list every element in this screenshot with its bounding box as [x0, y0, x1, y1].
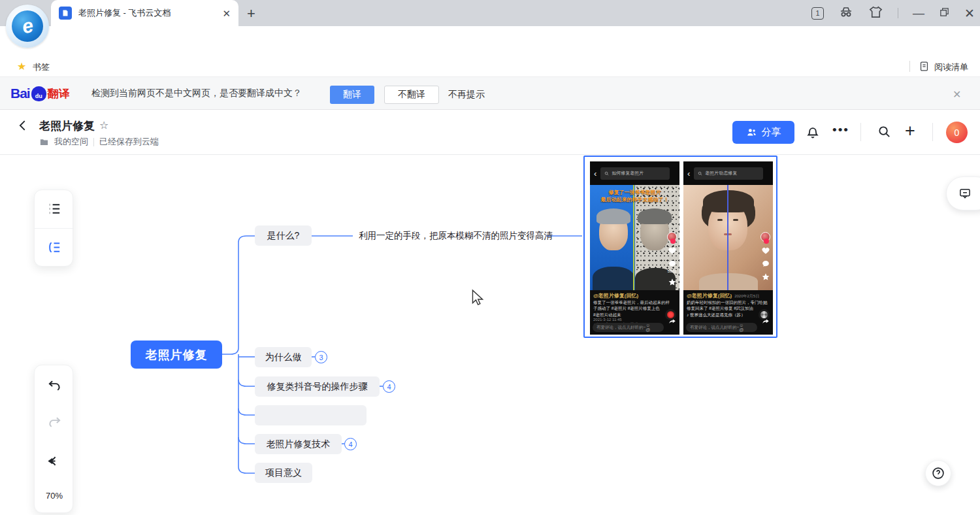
people-icon: [746, 127, 757, 138]
divider: [932, 123, 933, 141]
node-tech-count-badge[interactable]: 4: [344, 438, 357, 450]
browser-tab[interactable]: 老照片修复 - 飞书云文档 ✕: [51, 0, 238, 26]
video-caption: 奶奶年轻时候拍的一张旧的照片，专门给她 修复回来了 #老照片修复 #武汉加油: [687, 299, 770, 312]
douyin-username[interactable]: @老照片修复(回忆): [593, 292, 676, 299]
browser-toolbar: 译 •••: [0, 26, 980, 56]
node-steps[interactable]: 修复类抖音号的操作步骤: [255, 376, 380, 397]
translate-button[interactable]: 翻译: [330, 86, 374, 104]
folder-icon: [39, 137, 49, 147]
douyin-action-rail: 5822: [667, 232, 677, 286]
new-tab-button[interactable]: +: [247, 5, 255, 22]
search-bar: 如何修复老照片: [600, 167, 670, 180]
video-overlay-text: 修复了一张爷爷老照片 最后动起来的样子太感动了！: [590, 189, 679, 203]
comments-panel-button[interactable]: [946, 176, 980, 210]
incognito-icon[interactable]: [838, 4, 854, 22]
mindmap-view-icon[interactable]: [47, 240, 62, 258]
uploader-avatar[interactable]: [667, 232, 677, 242]
search-icon[interactable]: [877, 124, 892, 142]
music-disc-icon[interactable]: [759, 309, 770, 320]
minimize-button[interactable]: —: [913, 7, 924, 19]
music-disc-icon[interactable]: [665, 309, 676, 320]
node-what[interactable]: 是什么?: [255, 225, 312, 246]
mindmap-connectors: [0, 155, 980, 515]
add-icon[interactable]: +: [905, 121, 915, 141]
node-meaning[interactable]: 项目意义: [255, 463, 312, 483]
comment-icon[interactable]: [668, 259, 677, 268]
uploader-avatar[interactable]: [760, 232, 770, 242]
space-link[interactable]: 我的空间: [54, 136, 88, 148]
back-icon: ‹: [687, 169, 690, 178]
tab-title: 老照片修复 - 飞书云文档: [78, 7, 222, 19]
doc-star-icon[interactable]: ☆: [99, 119, 108, 131]
translate-bar-close-icon[interactable]: ✕: [953, 88, 961, 101]
comment-input-bar[interactable]: 有爱评论，说点儿好听的~ ☺ @: [593, 323, 664, 332]
favorite-star-icon[interactable]: [761, 273, 770, 281]
mindmap-canvas[interactable]: 70% 老照片修复 是什么? 利用一定的手段，把原本模糊不清的照片变得高清 为什…: [0, 155, 980, 515]
question-mark-icon: [931, 466, 945, 480]
doc-title: 老照片修复: [39, 118, 95, 133]
douyin-username[interactable]: @老照片修复(回忆): [687, 292, 732, 299]
search-icon: [604, 171, 609, 176]
save-status: 已经保存到云端: [99, 136, 159, 148]
share-button[interactable]: 分享: [732, 121, 794, 144]
divider: [860, 123, 861, 141]
reading-list-icon[interactable]: [919, 61, 930, 75]
emoji-at-icons: ☺ @: [645, 323, 660, 332]
never-remind-button[interactable]: 不再提示: [448, 89, 485, 101]
baidu-paw-icon: du: [31, 86, 46, 101]
like-icon[interactable]: [668, 246, 677, 255]
browser-window: 老照片修复 - 飞书云文档 ✕ + 1 — ✕ e: [0, 0, 980, 515]
node-what-detail[interactable]: 利用一定的手段，把原本模糊不清的照片变得高清: [359, 230, 553, 242]
feishu-doc-icon: [59, 7, 72, 20]
baidu-translate-bar: Bai du 翻译 检测到当前网页不是中文网页，是否要翻译成中文？: [0, 77, 980, 110]
theme-icon[interactable]: [868, 5, 883, 22]
breadcrumb: 我的空间 已经保存到云端: [39, 136, 159, 148]
node-tech[interactable]: 老照片修复技术: [255, 434, 342, 454]
avatar[interactable]: 0: [946, 122, 968, 143]
doc-back-icon[interactable]: [16, 118, 30, 135]
divider: [898, 8, 898, 18]
comment-input-bar[interactable]: 有爱评论，说点儿好听的~ ☺ @: [686, 323, 757, 332]
like-icon[interactable]: [761, 246, 770, 255]
image-node[interactable]: ‹ 如何修复老照片: [583, 156, 777, 338]
mouse-cursor: [469, 289, 486, 310]
close-button[interactable]: ✕: [964, 7, 975, 20]
collapse-branches-icon[interactable]: [46, 453, 63, 472]
favorite-star-icon[interactable]: [668, 278, 677, 286]
undo-icon[interactable]: [47, 378, 62, 396]
bookmark-item[interactable]: 书签: [33, 61, 50, 73]
before-after-divider: [727, 185, 728, 290]
bookmark-bar: ★ 书签 阅读清单: [0, 56, 980, 77]
outline-view-icon[interactable]: [47, 201, 62, 219]
translate-prompt-text: 检测到当前网页不是中文网页，是否要翻译成中文？: [91, 88, 302, 99]
node-why[interactable]: 为什么做: [255, 347, 312, 367]
bookmark-star-icon[interactable]: ★: [17, 60, 26, 73]
zoom-level[interactable]: 70%: [35, 491, 74, 501]
view-switch-panel: [34, 190, 73, 267]
doc-more-icon[interactable]: •••: [832, 123, 849, 137]
reading-list-button[interactable]: 阅读清单: [934, 61, 968, 73]
video-date: 2020年2月5日: [734, 293, 759, 299]
douyin-screenshot-right: ‹ 老照片动态修复: [683, 161, 773, 335]
baidu-translate-logo: Bai du 翻译: [10, 86, 70, 101]
music-title[interactable]: ♪ 世界这么大还是遇见你（苏）: [687, 312, 770, 318]
node-steps-count-badge[interactable]: 4: [383, 380, 395, 393]
tab-close-icon[interactable]: ✕: [222, 8, 231, 18]
document-header: 老照片修复 ☆ 我的空间 已经保存到云端 分享 ••• + 0: [0, 110, 980, 155]
browser-logo-icon[interactable]: e: [6, 5, 49, 48]
divider: [909, 61, 910, 72]
tab-count-badge[interactable]: 1: [811, 7, 824, 20]
restore-button[interactable]: [939, 7, 950, 20]
no-translate-button[interactable]: 不翻译: [384, 86, 439, 104]
notification-bell-icon[interactable]: [805, 124, 821, 142]
comment-icon[interactable]: [761, 259, 770, 268]
mindmap-root-node[interactable]: 老照片修复: [131, 341, 222, 369]
redo-icon[interactable]: [47, 415, 62, 433]
help-button[interactable]: [925, 460, 951, 486]
node-empty[interactable]: [255, 405, 367, 425]
window-controls: 1 — ✕: [811, 0, 975, 26]
douyin-action-rail: [760, 232, 770, 281]
node-why-count-badge[interactable]: 3: [315, 351, 327, 363]
back-icon: ‹: [594, 169, 596, 178]
video-caption: 修复了一张爷爷老照片，最后动起来的样 子感动了 #老照片 #老照片修复上色 #老…: [593, 299, 676, 318]
